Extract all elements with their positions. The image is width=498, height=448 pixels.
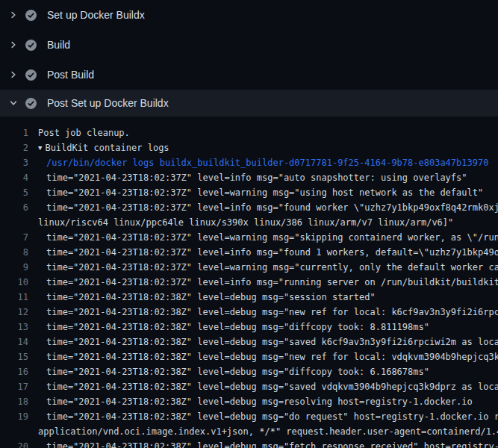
check-circle-icon xyxy=(25,69,37,81)
log-output[interactable]: 1 Post job cleanup. 2 ▼BuildKit containe… xyxy=(0,116,498,448)
group-collapse-caret-icon[interactable]: ▼ xyxy=(38,140,42,155)
log-line-number[interactable]: 9 xyxy=(0,260,28,275)
log-line-text: time="2021-04-23T18:02:38Z" level=debug … xyxy=(28,335,498,349)
step-list: Set up Docker Buildx Build P xyxy=(0,0,498,116)
log-line-number[interactable]: 17 xyxy=(0,379,28,394)
log-line-number[interactable]: 16 xyxy=(0,364,28,379)
log-line: 14 time="2021-04-23T18:02:38Z" level=deb… xyxy=(0,335,498,349)
workflow-job-log-panel: Set up Docker Buildx Build P xyxy=(0,0,498,448)
log-line-number[interactable]: 12 xyxy=(0,305,28,320)
step-row[interactable]: Build xyxy=(0,30,498,60)
step-label: Set up Docker Buildx xyxy=(47,10,145,20)
log-line-text: time="2021-04-23T18:02:38Z" level=debug … xyxy=(28,290,376,305)
step-row[interactable]: Post Build xyxy=(0,60,498,90)
log-line-text: time="2021-04-23T18:02:38Z" level=debug … xyxy=(28,349,498,364)
log-line-text: time="2021-04-23T18:02:37Z" level=warnin… xyxy=(28,230,498,245)
log-line-number[interactable]: 18 xyxy=(0,394,28,409)
log-line-number[interactable]: 1 xyxy=(0,125,28,140)
log-line-text: time="2021-04-23T18:02:37Z" level=info m… xyxy=(28,245,498,260)
log-line-text: time="2021-04-23T18:02:37Z" level=info m… xyxy=(28,275,498,290)
log-line: 5 time="2021-04-23T18:02:37Z" level=warn… xyxy=(0,185,498,200)
log-line-number[interactable]: 8 xyxy=(0,245,28,260)
log-line-text: ▼BuildKit container logs xyxy=(28,140,169,155)
log-line: 12 time="2021-04-23T18:02:38Z" level=deb… xyxy=(0,305,498,320)
log-line-text: /usr/bin/docker logs buildx_buildkit_bui… xyxy=(28,155,488,170)
log-line: 19 time="2021-04-23T18:02:38Z" level=deb… xyxy=(0,409,498,424)
step-row[interactable]: Set up Docker Buildx xyxy=(0,0,498,30)
log-line-number[interactable]: 20 xyxy=(0,439,28,448)
log-line: 17 time="2021-04-23T18:02:38Z" level=deb… xyxy=(0,379,498,394)
log-line: application/vnd.oci.image.index.v1+json,… xyxy=(0,424,498,439)
check-circle-icon xyxy=(25,40,37,51)
chevron-right-icon xyxy=(9,10,18,19)
log-line-text: time="2021-04-23T18:02:38Z" level=debug … xyxy=(28,409,498,424)
log-line: 8 time="2021-04-23T18:02:37Z" level=info… xyxy=(0,245,498,260)
log-line: 10 time="2021-04-23T18:02:37Z" level=inf… xyxy=(0,275,498,290)
log-line-text: time="2021-04-23T18:02:38Z" level=debug … xyxy=(28,320,429,335)
step-label: Build xyxy=(47,40,70,50)
log-line: 1 Post job cleanup. xyxy=(0,125,498,140)
chevron-right-icon xyxy=(9,70,18,79)
log-line: 7 time="2021-04-23T18:02:37Z" level=warn… xyxy=(0,230,498,245)
log-line-number[interactable]: 6 xyxy=(0,200,28,215)
step-row[interactable]: Post Set up Docker Buildx xyxy=(0,90,498,116)
log-line-text: time="2021-04-23T18:02:38Z" level=debug … xyxy=(28,439,498,448)
chevron-down-icon xyxy=(9,99,18,108)
log-line-text: time="2021-04-23T18:02:37Z" level=info m… xyxy=(28,170,467,185)
log-line-number[interactable] xyxy=(0,215,28,230)
log-line-text: time="2021-04-23T18:02:37Z" level=warnin… xyxy=(28,260,498,275)
log-line-number[interactable]: 5 xyxy=(0,185,28,200)
log-line: 4 time="2021-04-23T18:02:37Z" level=info… xyxy=(0,170,498,185)
check-circle-icon xyxy=(25,98,37,109)
log-line: 9 time="2021-04-23T18:02:37Z" level=warn… xyxy=(0,260,498,275)
log-line-text: linux/riscv64 linux/ppc64le linux/s390x … xyxy=(28,215,453,230)
log-line: 11 time="2021-04-23T18:02:38Z" level=deb… xyxy=(0,290,498,305)
log-line-text: time="2021-04-23T18:02:38Z" level=debug … xyxy=(28,379,498,394)
log-line-number[interactable]: 19 xyxy=(0,409,28,424)
log-line-text: Post job cleanup. xyxy=(28,125,130,140)
step-label: Post Set up Docker Buildx xyxy=(47,98,169,108)
log-line-text: time="2021-04-23T18:02:37Z" level=warnin… xyxy=(28,185,483,200)
log-line-number[interactable]: 14 xyxy=(0,335,28,349)
log-line-number[interactable]: 2 xyxy=(0,140,28,155)
log-line: linux/riscv64 linux/ppc64le linux/s390x … xyxy=(0,215,498,230)
log-line-number[interactable]: 13 xyxy=(0,320,28,335)
log-line-text: application/vnd.oci.image.index.v1+json,… xyxy=(28,424,498,439)
log-line-number[interactable]: 7 xyxy=(0,230,28,245)
log-line: 13 time="2021-04-23T18:02:38Z" level=deb… xyxy=(0,320,498,335)
log-line-number[interactable]: 4 xyxy=(0,170,28,185)
log-line: 15 time="2021-04-23T18:02:38Z" level=deb… xyxy=(0,349,498,364)
check-circle-icon xyxy=(25,10,37,21)
step-label: Post Build xyxy=(47,69,94,80)
log-line: 18 time="2021-04-23T18:02:38Z" level=deb… xyxy=(0,394,498,409)
log-line-number[interactable] xyxy=(0,424,28,439)
log-line: 3 /usr/bin/docker logs buildx_buildkit_b… xyxy=(0,155,498,170)
log-line-text: time="2021-04-23T18:02:37Z" level=info m… xyxy=(28,200,498,215)
log-line-number[interactable]: 15 xyxy=(0,349,28,364)
log-line: 16 time="2021-04-23T18:02:38Z" level=deb… xyxy=(0,364,498,379)
log-line-number[interactable]: 3 xyxy=(0,155,28,170)
log-line-text: time="2021-04-23T18:02:38Z" level=debug … xyxy=(28,394,473,409)
log-line: 6 time="2021-04-23T18:02:37Z" level=info… xyxy=(0,200,498,215)
log-line-text: time="2021-04-23T18:02:38Z" level=debug … xyxy=(28,305,498,320)
log-line-text: time="2021-04-23T18:02:38Z" level=debug … xyxy=(28,364,429,379)
log-line-number[interactable]: 11 xyxy=(0,290,28,305)
chevron-right-icon xyxy=(9,40,18,49)
log-line-number[interactable]: 10 xyxy=(0,275,28,290)
log-line: 20 time="2021-04-23T18:02:38Z" level=deb… xyxy=(0,439,498,448)
log-line: 2 ▼BuildKit container logs xyxy=(0,140,498,155)
